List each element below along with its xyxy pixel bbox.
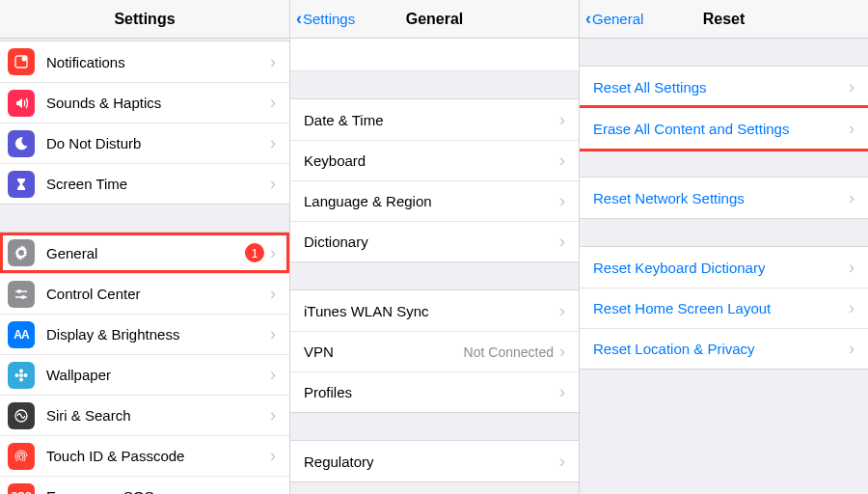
row-label: Language & Region <box>304 193 559 209</box>
row-label: Reset All Settings <box>593 79 849 96</box>
chevron-right-icon: › <box>559 342 565 362</box>
vpn-row[interactable]: VPNNot Connected› <box>290 331 579 371</box>
chevron-right-icon: › <box>270 133 276 153</box>
notifications-row[interactable]: Notifications› <box>0 41 289 82</box>
keyboard-row[interactable]: Reset Keyboard Dictionary› <box>580 247 868 288</box>
resetall-row[interactable]: Reset All Settings› <box>580 67 868 107</box>
location-row[interactable]: Reset Location & Privacy› <box>580 328 868 369</box>
chevron-right-icon: › <box>849 258 854 278</box>
chevron-right-icon: › <box>559 382 565 402</box>
dnd-row[interactable]: Do Not Disturb› <box>0 123 289 163</box>
svg-point-3 <box>21 295 25 299</box>
chevron-right-icon: › <box>270 446 276 466</box>
row-label: General <box>46 245 245 261</box>
row-label: Dictionary <box>304 233 559 250</box>
chevron-right-icon: › <box>270 243 276 263</box>
controlcenter-icon <box>8 281 35 308</box>
network-row[interactable]: Reset Network Settings› <box>580 178 868 218</box>
chevron-left-icon: ‹ <box>585 9 591 29</box>
row-label: Date & Time <box>304 112 559 128</box>
row-label: Do Not Disturb <box>46 135 270 151</box>
row-label: Regulatory <box>304 453 559 470</box>
chevron-right-icon: › <box>559 452 565 472</box>
row-status: Not Connected <box>464 344 554 360</box>
regulatory-row[interactable]: Regulatory› <box>290 441 579 481</box>
settings-title: Settings <box>114 11 175 28</box>
chevron-left-icon: ‹ <box>296 9 302 29</box>
row-label: Display & Brightness <box>46 326 270 343</box>
back-to-settings-button[interactable]: ‹ Settings <box>296 0 355 38</box>
svg-point-5 <box>19 369 23 372</box>
notifications-icon <box>8 48 35 75</box>
row-label: Notifications <box>46 54 270 70</box>
sounds-row[interactable]: Sounds & Haptics› <box>0 82 289 123</box>
chevron-right-icon: › <box>849 188 854 208</box>
row-label: Touch ID & Passcode <box>46 448 270 464</box>
chevron-right-icon: › <box>270 52 276 72</box>
reset-header: ‹ General Reset <box>580 0 868 39</box>
row-label: Control Center <box>46 286 270 302</box>
back-to-general-button[interactable]: ‹ General <box>585 0 643 38</box>
display-row[interactable]: AADisplay & Brightness› <box>0 314 289 354</box>
keyboard-row[interactable]: Keyboard› <box>290 140 579 180</box>
chevron-right-icon: › <box>559 191 565 211</box>
screentime-icon <box>8 171 35 198</box>
chevron-right-icon: › <box>559 232 565 252</box>
svg-point-2 <box>17 289 21 293</box>
svg-point-8 <box>24 373 28 377</box>
general-header: ‹ Settings General <box>290 0 579 39</box>
datetime-row[interactable]: Date & Time› <box>290 99 579 140</box>
siri-icon <box>8 402 35 429</box>
row-label: Erase All Content and Settings <box>593 121 849 137</box>
row-label: Sounds & Haptics <box>46 95 270 111</box>
screentime-row[interactable]: Screen Time› <box>0 163 289 204</box>
svg-point-7 <box>15 373 19 377</box>
sos-row[interactable]: SOSEmergency SOS› <box>0 476 289 494</box>
row-label: Siri & Search <box>46 407 270 424</box>
row-label: VPN <box>304 343 464 360</box>
home-row[interactable]: Reset Home Screen Layout› <box>580 288 868 328</box>
touchid-row[interactable]: Touch ID & Passcode› <box>0 435 289 476</box>
row-label: Reset Keyboard Dictionary <box>593 260 849 276</box>
general-column: ‹ Settings General Date & Time›Keyboard›… <box>289 0 579 494</box>
reset-column: ‹ General Reset Reset All Settings› Eras… <box>579 0 868 494</box>
dnd-icon <box>8 130 35 157</box>
row-label: Emergency SOS <box>46 488 270 494</box>
sounds-icon <box>8 90 35 117</box>
chevron-right-icon: › <box>270 486 276 494</box>
row-label: Reset Location & Privacy <box>593 341 849 357</box>
chevron-right-icon: › <box>849 77 854 97</box>
settings-column: Settings Notifications›Sounds & Haptics›… <box>0 0 289 494</box>
row-label: Wallpaper <box>46 367 270 383</box>
row-label: Reset Network Settings <box>593 190 849 206</box>
chevron-right-icon: › <box>270 405 276 425</box>
chevron-right-icon: › <box>559 301 565 321</box>
touchid-icon <box>8 443 35 470</box>
row-label: Reset Home Screen Layout <box>593 300 849 316</box>
row-label: Profiles <box>304 384 559 400</box>
wallpaper-icon <box>8 362 35 389</box>
svg-point-6 <box>19 377 23 381</box>
itunes-row[interactable]: iTunes WLAN Sync› <box>290 290 579 331</box>
chevron-right-icon: › <box>849 339 854 359</box>
row-label: iTunes WLAN Sync <box>304 303 559 319</box>
language-row[interactable]: Language & Region› <box>290 180 579 221</box>
chevron-right-icon: › <box>270 284 276 304</box>
chevron-right-icon: › <box>270 93 276 113</box>
controlcenter-row[interactable]: Control Center› <box>0 273 289 314</box>
chevron-right-icon: › <box>849 298 854 318</box>
chevron-right-icon: › <box>270 365 276 385</box>
svg-point-4 <box>19 373 23 377</box>
wallpaper-row[interactable]: Wallpaper› <box>0 354 289 395</box>
chevron-right-icon: › <box>270 324 276 344</box>
row-label: Keyboard <box>304 152 559 169</box>
reset-title: Reset <box>703 11 746 28</box>
general-row[interactable]: General1› <box>0 233 289 273</box>
profiles-row[interactable]: Profiles› <box>290 371 579 412</box>
general-title: General <box>406 11 464 28</box>
erase-row[interactable]: Erase All Content and Settings› <box>580 108 868 149</box>
dictionary-row[interactable]: Dictionary› <box>290 221 579 261</box>
display-icon: AA <box>8 321 35 348</box>
siri-row[interactable]: Siri & Search› <box>0 395 289 435</box>
settings-header: Settings <box>0 0 289 39</box>
